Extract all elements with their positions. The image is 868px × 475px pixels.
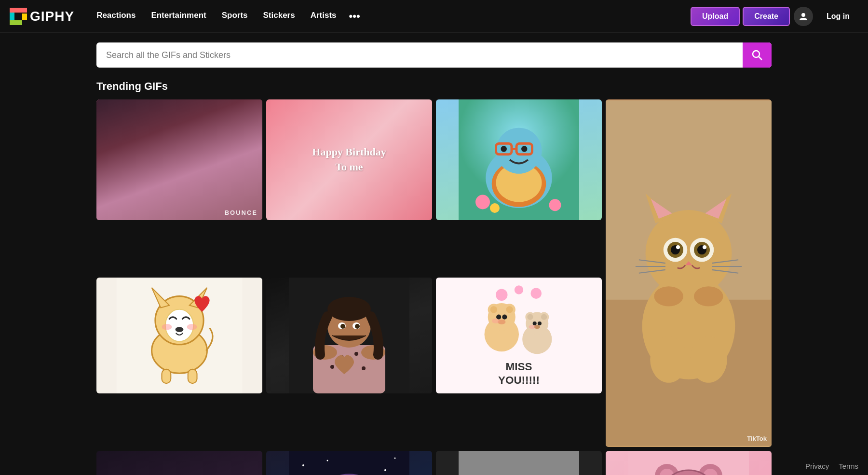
svg-point-16: [521, 146, 528, 152]
nav-item-stickers[interactable]: Stickers: [256, 7, 303, 26]
svg-point-15: [501, 146, 507, 152]
corgi-image: [96, 278, 262, 393]
terms-link[interactable]: Terms: [839, 462, 858, 470]
svg-point-53: [162, 324, 172, 330]
moon-image: STAY BOLD: [266, 451, 432, 475]
svg-rect-1: [10, 8, 27, 13]
upload-button[interactable]: Upload: [692, 8, 739, 25]
svg-point-44: [690, 336, 727, 382]
svg-rect-112: [459, 451, 579, 475]
squirtle-image: [436, 99, 602, 220]
svg-point-102: [302, 464, 304, 466]
svg-rect-101: [289, 451, 409, 475]
svg-point-18: [549, 199, 561, 211]
svg-point-34: [676, 245, 680, 249]
header: GIPHY Reactions Entertainment Sports Sti…: [0, 0, 868, 33]
trending-section: Trending GIFs BOUNCE Happy BirthdayTo me: [0, 72, 868, 475]
gif-item-3[interactable]: [436, 99, 602, 220]
svg-point-105: [394, 457, 396, 459]
search-section: [0, 33, 868, 72]
search-bar: [96, 42, 772, 68]
privacy-link[interactable]: Privacy: [805, 462, 829, 470]
svg-rect-2: [22, 14, 27, 20]
svg-point-19: [490, 203, 500, 213]
svg-point-94: [533, 321, 537, 325]
svg-point-70: [327, 297, 371, 321]
nav-item-sports[interactable]: Sports: [214, 7, 256, 26]
svg-point-73: [340, 324, 345, 329]
gif-item-7[interactable]: MISS YOU!!!!!: [436, 278, 602, 393]
cat-image: [606, 99, 772, 447]
nav-item-entertainment[interactable]: Entertainment: [143, 7, 214, 26]
svg-point-66: [362, 366, 366, 370]
gif-item-1[interactable]: BOUNCE: [96, 99, 262, 220]
svg-point-35: [703, 245, 706, 249]
missyou-image: MISS YOU!!!!!: [436, 278, 602, 393]
trending-title: Trending GIFs: [96, 80, 772, 93]
gif-item-4[interactable]: TikTok: [606, 99, 772, 447]
user-icon-button[interactable]: [794, 7, 813, 26]
login-button[interactable]: Log in: [818, 8, 858, 25]
svg-point-76: [496, 289, 508, 301]
svg-point-93: [541, 314, 547, 320]
jason-image: [266, 278, 432, 393]
gif-grid: BOUNCE Happy BirthdayTo me: [96, 99, 772, 475]
svg-text:YOU!!!!!: YOU!!!!!: [498, 374, 540, 386]
main-nav: Reactions Entertainment Sports Stickers …: [89, 6, 692, 27]
birthday-text: Happy BirthdayTo me: [312, 145, 386, 175]
gif-item-9[interactable]: STAY BOLD: [266, 451, 432, 475]
svg-point-17: [475, 195, 490, 210]
svg-rect-56: [162, 369, 171, 383]
logo-icon: [10, 8, 27, 25]
svg-point-43: [650, 336, 687, 382]
user-icon: [799, 12, 808, 21]
svg-point-97: [492, 319, 500, 323]
create-button[interactable]: Create: [744, 8, 789, 25]
svg-point-95: [538, 321, 542, 325]
tiktok-watermark: TikTok: [747, 435, 767, 442]
svg-point-92: [527, 314, 533, 320]
svg-point-62: [354, 352, 358, 356]
gif-item-6[interactable]: [266, 278, 432, 393]
svg-point-78: [531, 288, 542, 298]
footer: Privacy Terms: [796, 457, 868, 475]
svg-line-6: [759, 57, 762, 60]
logo-text: GIPHY: [30, 9, 74, 24]
svg-point-23: [646, 210, 732, 296]
svg-point-84: [506, 306, 513, 313]
svg-point-4: [801, 13, 805, 17]
dog-image: [436, 451, 602, 475]
svg-rect-3: [10, 20, 22, 25]
svg-point-98: [529, 325, 535, 329]
svg-point-83: [490, 306, 497, 313]
svg-point-5: [753, 51, 760, 57]
nav-item-reactions[interactable]: Reactions: [89, 7, 143, 26]
svg-point-64: [330, 365, 334, 369]
nav-item-artists[interactable]: Artists: [303, 7, 344, 26]
search-icon: [751, 49, 763, 61]
svg-point-74: [355, 324, 360, 329]
bear-image: [606, 451, 772, 475]
svg-point-104: [384, 469, 386, 471]
svg-point-46: [694, 286, 723, 306]
header-actions: Upload Create Log in: [692, 7, 858, 26]
logo-link[interactable]: GIPHY: [10, 8, 74, 25]
search-input[interactable]: [96, 50, 743, 60]
gif-item-11[interactable]: [606, 451, 772, 475]
gif-item-10[interactable]: [436, 451, 602, 475]
nav-more-button[interactable]: •••: [344, 6, 365, 27]
svg-point-86: [502, 314, 507, 319]
gif-item-8[interactable]: [96, 451, 262, 475]
svg-point-103: [327, 460, 328, 461]
search-button[interactable]: [743, 42, 772, 68]
svg-point-54: [187, 324, 197, 330]
svg-point-45: [654, 286, 683, 306]
svg-point-77: [515, 285, 523, 294]
gif-item-2[interactable]: Happy BirthdayTo me: [266, 99, 432, 220]
svg-point-55: [176, 327, 184, 332]
svg-rect-57: [188, 369, 197, 383]
gif-item-5[interactable]: [96, 278, 262, 393]
svg-text:MISS: MISS: [506, 361, 532, 373]
